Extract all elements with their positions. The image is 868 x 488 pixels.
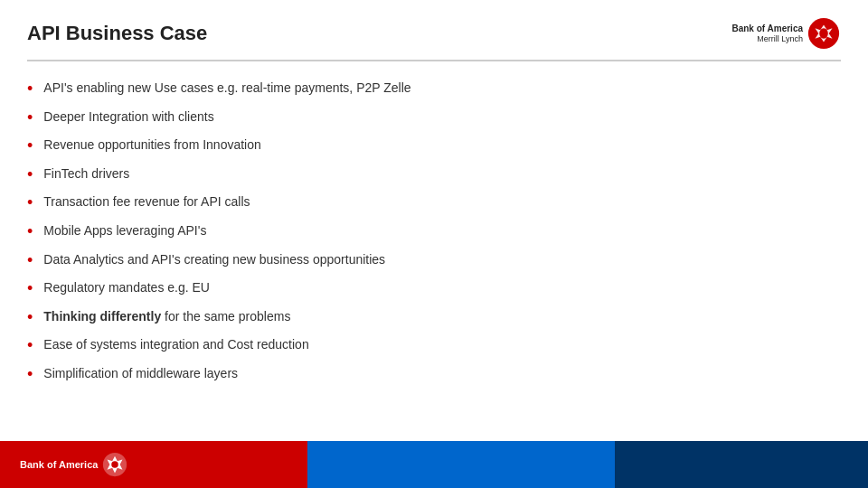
bullet-text-9: Ease of systems integration and Cost red…	[43, 336, 308, 354]
bullet-dot-icon: •	[27, 336, 33, 356]
bullet-dot-icon: •	[27, 308, 33, 328]
bullet-dot-icon: •	[27, 108, 33, 128]
content-area: •API's enabling new Use cases e.g. real-…	[0, 61, 868, 488]
logo-text: Bank of America Merrill Lynch	[731, 23, 803, 44]
bullet-dot-icon: •	[27, 193, 33, 213]
bullet-text-3: FinTech drivers	[43, 165, 129, 183]
list-item: •Deeper Integration with clients	[27, 108, 841, 128]
bullet-dot-icon: •	[27, 251, 33, 271]
list-item: •Regulatory mandates e.g. EU	[27, 279, 841, 299]
bullet-text-5: Mobile Apps leveraging API's	[43, 222, 206, 240]
bullet-dot-icon: •	[27, 136, 33, 156]
bullet-text-7: Regulatory mandates e.g. EU	[43, 279, 210, 297]
bullet-dot-icon: •	[27, 165, 33, 185]
list-item: •Simplification of middleware layers	[27, 365, 841, 385]
logo-area: Bank of America Merrill Lynch	[731, 16, 841, 51]
footer-bank-line1: Bank of America	[20, 459, 98, 470]
footer-logo: Bank of America	[20, 451, 128, 478]
bullet-dot-icon: •	[27, 279, 33, 299]
list-item: •Thinking differently for the same probl…	[27, 308, 841, 328]
bullet-text-1: Deeper Integration with clients	[43, 108, 213, 127]
bullet-dot-icon: •	[27, 222, 33, 242]
list-item: •Revenue opportunities from Innovation	[27, 136, 841, 156]
bullet-dot-icon: •	[27, 80, 33, 99]
bullet-text-2: Revenue opportunities from Innovation	[43, 136, 260, 155]
bullet-text-8: Thinking differently for the same proble…	[43, 308, 290, 326]
footer-blue-section	[307, 441, 615, 488]
header: API Business Case Bank of America Merril…	[0, 0, 868, 60]
footer-dark-blue-section	[615, 441, 868, 488]
bullet-text-6: Data Analytics and API's creating new bu…	[43, 251, 385, 269]
logo-eagle-icon	[807, 16, 841, 51]
list-item: •FinTech drivers	[27, 165, 841, 185]
logo-line1: Bank of America	[731, 23, 803, 34]
footer-red-section: Bank of America	[0, 441, 307, 488]
logo-line2: Merrill Lynch	[731, 34, 803, 44]
list-item: •Mobile Apps leveraging API's	[27, 222, 841, 242]
footer-bank-text: Bank of America	[20, 459, 98, 470]
footer: Bank of America	[0, 441, 868, 488]
list-item: •Data Analytics and API's creating new b…	[27, 251, 841, 271]
bullet-text-4: Transaction fee revenue for API calls	[43, 193, 250, 211]
list-item: •Ease of systems integration and Cost re…	[27, 336, 841, 356]
footer-eagle-icon	[101, 451, 128, 478]
list-item: •Transaction fee revenue for API calls	[27, 193, 841, 213]
page-title: API Business Case	[27, 22, 207, 45]
bullet-dot-icon: •	[27, 365, 33, 385]
bullet-list: •API's enabling new Use cases e.g. real-…	[27, 80, 841, 385]
bullet-text-0: API's enabling new Use cases e.g. real-t…	[43, 80, 410, 98]
list-item: •API's enabling new Use cases e.g. real-…	[27, 80, 841, 99]
svg-point-2	[112, 461, 119, 468]
bullet-text-10: Simplification of middleware layers	[43, 365, 238, 383]
slide: API Business Case Bank of America Merril…	[0, 0, 868, 488]
